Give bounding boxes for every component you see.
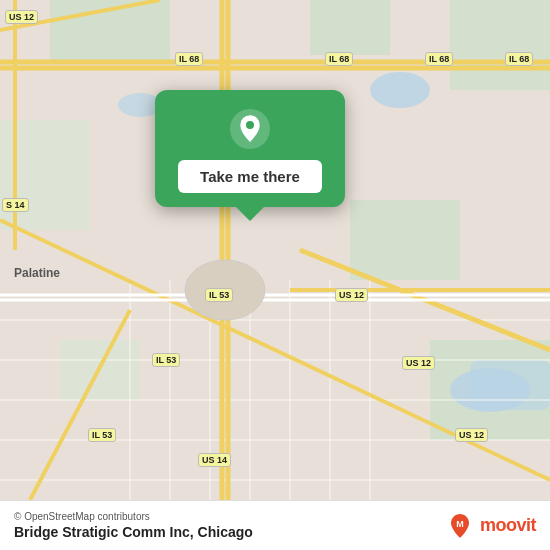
svg-rect-3 xyxy=(450,0,550,90)
svg-rect-5 xyxy=(350,200,460,280)
moovit-pin-icon: M xyxy=(446,512,474,540)
road-badge-il68-right1: IL 68 xyxy=(325,52,353,66)
road-badge-il53-center: IL 53 xyxy=(205,288,233,302)
popup-card: Take me there xyxy=(155,90,345,207)
road-badge-il68-center: IL 68 xyxy=(175,52,203,66)
place-name: Bridge Stratigic Comm Inc, Chicago xyxy=(14,524,253,540)
svg-text:M: M xyxy=(456,519,464,529)
city-label-palatine: Palatine xyxy=(14,266,60,280)
bottom-left-info: © OpenStreetMap contributors Bridge Stra… xyxy=(14,511,253,540)
svg-rect-11 xyxy=(470,360,550,410)
road-badge-us14-bottom: US 14 xyxy=(198,453,231,467)
moovit-logo: M moovit xyxy=(446,512,536,540)
road-badge-s14-left: S 14 xyxy=(2,198,29,212)
take-me-there-button[interactable]: Take me there xyxy=(178,160,322,193)
svg-rect-2 xyxy=(310,0,390,55)
map-container: US 12 IL 68 IL 68 IL 68 IL 68 IL 53 IL 5… xyxy=(0,0,550,500)
road-badge-il53-bottom2: IL 53 xyxy=(88,428,116,442)
road-badge-us12-br2: US 12 xyxy=(455,428,488,442)
bottom-bar: © OpenStreetMap contributors Bridge Stra… xyxy=(0,500,550,550)
osm-attribution: © OpenStreetMap contributors xyxy=(14,511,253,522)
road-badge-il53-bottom1: IL 53 xyxy=(152,353,180,367)
moovit-text: moovit xyxy=(480,515,536,536)
road-badge-il68-right3: IL 68 xyxy=(505,52,533,66)
road-badge-us12-br1: US 12 xyxy=(402,356,435,370)
map-svg xyxy=(0,0,550,500)
location-pin-icon xyxy=(229,108,271,150)
svg-point-38 xyxy=(246,121,254,129)
road-badge-us12-right: US 12 xyxy=(335,288,368,302)
road-badge-il68-right2: IL 68 xyxy=(425,52,453,66)
road-badge-us12-top-left: US 12 xyxy=(5,10,38,24)
svg-point-8 xyxy=(370,72,430,108)
